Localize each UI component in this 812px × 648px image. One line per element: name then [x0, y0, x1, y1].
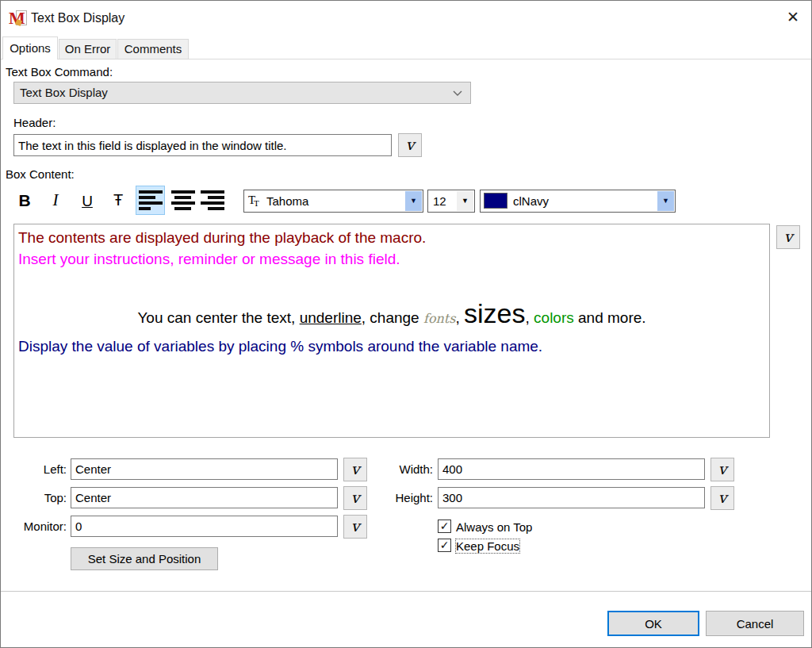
header-variable-button[interactable]: v	[398, 133, 422, 157]
tab-comments[interactable]: Comments	[117, 39, 189, 59]
chevron-down-icon	[453, 90, 462, 97]
monitor-input[interactable]	[71, 516, 338, 537]
align-right-button[interactable]	[197, 186, 227, 215]
color-name-value: clNavy	[513, 194, 549, 208]
underline-word: underline	[300, 309, 362, 326]
header-input[interactable]	[13, 134, 392, 156]
dropdown-arrow-icon: ▼	[462, 197, 469, 205]
left-label: Left:	[17, 462, 67, 476]
width-label: Width:	[381, 462, 433, 476]
center-text-part4: ,	[526, 309, 534, 326]
tab-separator	[1, 59, 812, 59]
align-center-button[interactable]	[168, 186, 197, 215]
top-label: Top:	[17, 491, 67, 504]
cancel-button[interactable]: Cancel	[706, 611, 804, 636]
font-name-value: Tahoma	[266, 194, 308, 208]
width-input[interactable]	[438, 458, 705, 480]
monitor-label: Monitor:	[17, 520, 67, 533]
tab-bar: Options On Error Comments	[1, 36, 812, 59]
top-input[interactable]	[71, 487, 338, 508]
underline-button[interactable]: U	[75, 188, 99, 213]
macro-express-app-icon: M	[9, 10, 28, 29]
content-variable-button[interactable]: v	[776, 225, 800, 249]
content-line-2: Insert your instructions, reminder or me…	[18, 251, 400, 268]
sizes-word: sizes	[464, 298, 525, 328]
content-line-1: The contents are displayed during the pl…	[18, 229, 426, 247]
ok-button[interactable]: OK	[607, 611, 699, 636]
font-dropdown-arrow-button[interactable]: ▼	[405, 191, 422, 211]
dropdown-arrow-icon: ▼	[410, 197, 417, 205]
always-on-top-label: Always on Top	[456, 520, 532, 534]
left-input[interactable]	[71, 458, 338, 480]
height-label: Height:	[381, 491, 433, 504]
center-text-part2: , change	[362, 309, 423, 326]
check-icon: ✓	[440, 520, 450, 532]
box-content-editor[interactable]: The contents are displayed during the pl…	[13, 224, 770, 438]
height-input[interactable]	[438, 487, 705, 508]
font-size-dropdown[interactable]: 12 ▼	[427, 190, 475, 213]
footer-separator	[1, 591, 812, 592]
keep-focus-label: Keep Focus	[456, 539, 519, 553]
set-size-and-position-button[interactable]: Set Size and Position	[71, 547, 218, 570]
font-color-dropdown[interactable]: clNavy ▼	[480, 190, 676, 213]
italic-button[interactable]: I	[45, 188, 66, 213]
center-text-part5: and more.	[574, 309, 646, 326]
header-label: Header:	[13, 116, 56, 129]
always-on-top-checkbox[interactable]: ✓	[438, 520, 451, 533]
align-center-icon	[171, 190, 195, 210]
dropdown-arrow-icon: ▼	[662, 197, 669, 205]
height-variable-button[interactable]: v	[710, 486, 734, 510]
color-swatch	[484, 193, 508, 209]
command-value: Text Box Display	[20, 86, 108, 99]
command-dropdown[interactable]: Text Box Display	[13, 82, 471, 104]
size-dropdown-arrow-button[interactable]: ▼	[457, 191, 473, 211]
bold-button[interactable]: B	[13, 188, 36, 213]
content-line-3: You can center the text, underline, chan…	[14, 298, 769, 329]
window-title: Text Box Display	[31, 11, 124, 25]
center-text-part1: You can center the text,	[137, 309, 299, 326]
strikethrough-button[interactable]: Ŧ	[105, 188, 131, 213]
fonts-word: fonts	[423, 311, 456, 326]
top-variable-button[interactable]: v	[343, 486, 367, 510]
keep-focus-checkbox[interactable]: ✓	[438, 539, 451, 552]
text-box-display-dialog: M Text Box Display ✕ Options On Error Co…	[0, 0, 812, 648]
left-variable-button[interactable]: v	[343, 458, 367, 481]
command-label: Text Box Command:	[6, 65, 113, 79]
width-variable-button[interactable]: v	[710, 458, 734, 481]
align-left-button[interactable]	[136, 186, 165, 215]
tab-on-error[interactable]: On Error	[59, 39, 117, 59]
font-size-value: 12	[433, 194, 446, 208]
align-right-icon	[201, 190, 224, 210]
center-text-part3: ,	[455, 309, 464, 326]
colors-word: colors	[534, 309, 574, 326]
tab-options[interactable]: Options	[2, 36, 58, 59]
align-left-icon	[139, 190, 163, 210]
font-name-dropdown[interactable]: T T Tahoma ▼	[243, 190, 423, 213]
check-icon: ✓	[440, 539, 450, 551]
color-dropdown-arrow-button[interactable]: ▼	[657, 191, 674, 211]
font-type-icon: T T	[248, 194, 264, 209]
content-line-4: Display the value of variables by placin…	[18, 338, 542, 355]
monitor-variable-button[interactable]: v	[343, 515, 367, 539]
box-content-label: Box Content:	[6, 167, 75, 181]
close-icon[interactable]: ✕	[787, 8, 799, 25]
